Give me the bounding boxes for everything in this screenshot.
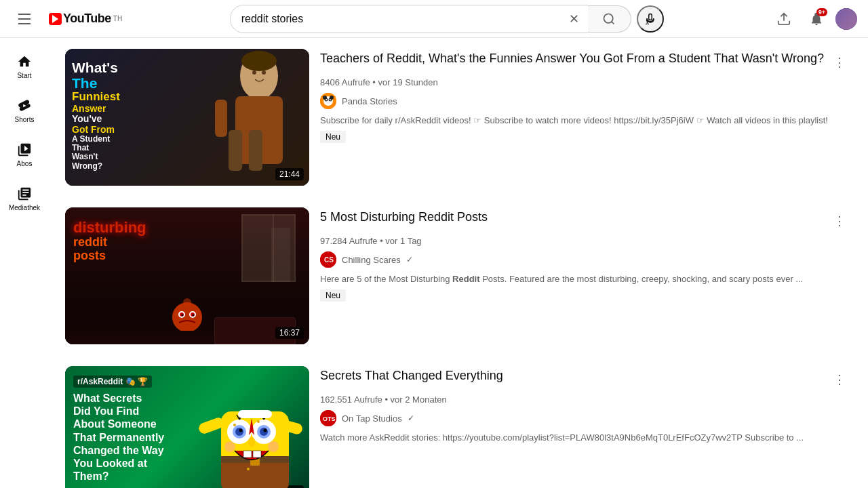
video-meta-2: 97.284 Aufrufe • vor 1 Tag (320, 236, 852, 246)
upload-icon (776, 12, 791, 26)
svg-point-19 (323, 96, 327, 100)
video-info-2: 5 Most Disturbing Reddit Posts ⋮ 97.284 … (320, 207, 852, 344)
video-more-options-3[interactable]: ⋮ (827, 367, 852, 392)
svg-point-41 (239, 429, 243, 432)
svg-text:CS: CS (324, 256, 334, 264)
video-info-3: Secrets That Changed Everything ⋮ 162.55… (320, 366, 852, 488)
search-bar: ✕ (230, 5, 664, 33)
notifications-button[interactable]: 9+ (803, 5, 830, 33)
video-description-2: Here are 5 of the Most Disturbing Reddit… (320, 273, 852, 285)
spongebob-character (191, 371, 309, 488)
video-info-1: Teachers of Reddit, What's the Funnies A… (320, 49, 852, 186)
svg-point-21 (172, 302, 202, 331)
video-thumbnail-3[interactable]: r/AskReddit 🎭 🏆 What Secrets Did You Fin… (65, 366, 309, 488)
video-description-1: Subscribe for daily r/AskReddit videos! … (320, 115, 852, 127)
panda-channel-icon (320, 93, 336, 109)
header-right: 9+ (770, 5, 857, 33)
upload-button[interactable] (770, 5, 797, 33)
voice-search-button[interactable] (637, 5, 664, 33)
svg-point-52 (224, 441, 235, 452)
table-row: r/AskReddit 🎭 🏆 What Secrets Did You Fin… (65, 355, 852, 488)
video-more-options-2[interactable]: ⋮ (827, 209, 852, 233)
channel-avatar-2[interactable]: CS (320, 251, 336, 268)
sidebar-shorts-label: Shorts (15, 116, 35, 123)
channel-avatar-1[interactable] (320, 93, 336, 109)
shorts-icon (17, 98, 32, 113)
character-silhouette (184, 49, 307, 186)
new-badge-2[interactable]: Neu (320, 289, 346, 302)
video-more-options-1[interactable]: ⋮ (827, 50, 852, 75)
new-badge-1[interactable]: Neu (320, 131, 346, 143)
ontap-studios-icon: OTS (320, 410, 336, 426)
mic-icon (644, 13, 656, 25)
channel-name-3[interactable]: On Tap Studios (342, 413, 402, 424)
video-title-row-3: Secrets That Changed Everything ⋮ (320, 367, 852, 392)
notifications-badge: 9+ (816, 8, 827, 16)
play-icon (52, 15, 58, 23)
svg-rect-50 (243, 451, 252, 458)
svg-point-9 (252, 70, 256, 75)
svg-rect-4 (229, 130, 242, 171)
svg-rect-63 (238, 410, 272, 418)
sidebar-item-shorts[interactable]: Shorts (3, 90, 46, 131)
sidebar-item-library[interactable]: Mediathek (3, 178, 46, 220)
video-thumbnail-1[interactable]: What's The Funniest Answer You've Got Fr… (65, 49, 309, 186)
svg-point-54 (233, 424, 236, 426)
svg-point-40 (260, 428, 268, 436)
search-clear-button[interactable]: ✕ (561, 5, 588, 33)
youtube-logo[interactable]: YouTubeTH (49, 12, 122, 26)
header-left: YouTubeTH (11, 5, 174, 33)
svg-point-42 (264, 429, 267, 432)
video-title-row-1: Teachers of Reddit, What's the Funnies A… (320, 50, 852, 75)
sidebar-item-subscriptions[interactable]: Abos (3, 134, 46, 176)
table-row: disturbing reddit posts (65, 197, 852, 355)
channel-name-2[interactable]: Chilling Scares (342, 255, 401, 265)
svg-line-1 (612, 21, 614, 24)
svg-point-10 (262, 70, 266, 75)
video-meta-1: 8406 Aufrufe • vor 19 Stunden (320, 77, 852, 87)
svg-point-56 (247, 468, 250, 470)
svg-point-49 (248, 437, 255, 447)
search-input[interactable] (231, 5, 561, 33)
svg-text:OTS: OTS (323, 415, 336, 422)
svg-point-53 (268, 441, 279, 452)
logo-region: TH (113, 15, 122, 22)
video-thumbnail-2[interactable]: disturbing reddit posts (65, 207, 309, 344)
channel-row-2: CS Chilling Scares ✓ (320, 251, 852, 268)
hamburger-menu[interactable] (11, 5, 38, 33)
svg-point-26 (182, 314, 184, 317)
sidebar-item-home[interactable]: Start (3, 46, 46, 87)
video-title-1[interactable]: Teachers of Reddit, What's the Funnies A… (320, 50, 827, 67)
channel-avatar-3[interactable]: OTS (320, 410, 336, 426)
svg-rect-6 (215, 100, 227, 137)
home-icon (17, 54, 32, 69)
svg-rect-51 (253, 451, 261, 458)
svg-point-18 (326, 101, 330, 104)
svg-point-11 (241, 51, 277, 71)
sidebar-library-label: Mediathek (9, 204, 40, 211)
sidebar-subscriptions-label: Abos (17, 160, 33, 167)
svg-rect-7 (262, 100, 275, 137)
channel-name-1[interactable]: Panda Stories (342, 96, 397, 106)
video-description-3: Watch more AskReddit stories: https://yo… (320, 432, 852, 444)
creepy-face (167, 297, 208, 331)
video-title-2[interactable]: 5 Most Disturbing Reddit Posts (320, 209, 827, 226)
sidebar: Start Shorts Abos Mediathek (0, 38, 49, 488)
user-avatar[interactable] (835, 8, 857, 30)
sidebar-home-label: Start (17, 72, 31, 79)
video-title-3[interactable]: Secrets That Changed Everything (320, 367, 827, 384)
avatar-image (835, 8, 857, 30)
main-content: What's The Funniest Answer You've Got Fr… (49, 38, 868, 488)
video-duration-2: 16:37 (275, 327, 304, 339)
search-submit-button[interactable] (588, 5, 631, 33)
verified-icon-2: ✓ (406, 255, 413, 264)
search-icon (602, 12, 616, 26)
channel-row-1: Panda Stories (320, 93, 852, 109)
library-icon (17, 186, 32, 201)
svg-point-20 (330, 96, 334, 100)
chilling-scares-icon: CS (320, 251, 336, 268)
header: YouTubeTH ✕ 9+ (0, 0, 868, 38)
svg-point-28 (183, 298, 191, 306)
video-duration-1: 21:44 (275, 168, 304, 180)
svg-point-0 (604, 14, 613, 22)
